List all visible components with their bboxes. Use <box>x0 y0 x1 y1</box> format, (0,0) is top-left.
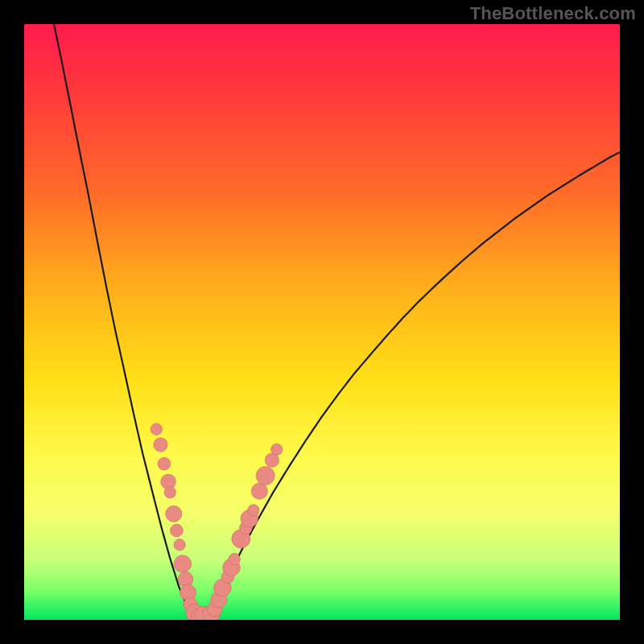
data-marker <box>271 444 283 455</box>
watermark-text: TheBottleneck.com <box>470 3 636 24</box>
data-marker <box>151 423 162 435</box>
data-marker <box>251 483 267 499</box>
data-marker <box>164 486 175 497</box>
marker-group <box>151 423 283 620</box>
data-marker <box>158 457 171 470</box>
data-marker <box>171 524 184 537</box>
data-marker <box>174 539 185 551</box>
chart-frame: TheBottleneck.com <box>0 0 644 644</box>
curve-right <box>208 152 620 620</box>
curve-svg <box>24 24 620 620</box>
plot-area <box>24 24 620 620</box>
data-marker <box>174 555 192 573</box>
data-marker <box>154 438 167 452</box>
data-marker <box>229 553 240 564</box>
data-marker <box>248 505 259 516</box>
data-marker <box>166 506 182 522</box>
data-marker <box>256 466 275 485</box>
